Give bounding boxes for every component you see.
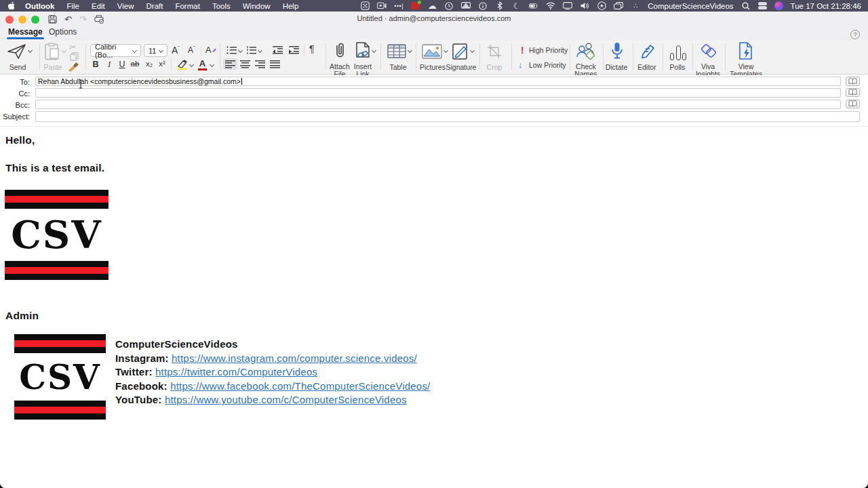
bullet-list-icon[interactable] bbox=[226, 46, 237, 54]
view-templates-icon[interactable] bbox=[738, 42, 753, 60]
to-address-book-button[interactable] bbox=[846, 77, 860, 86]
menu-file[interactable]: File bbox=[66, 2, 79, 10]
strikethrough-button[interactable]: ab bbox=[129, 60, 141, 68]
menu-view[interactable]: View bbox=[117, 2, 134, 10]
cloud-icon[interactable]: ☁ bbox=[427, 1, 437, 10]
font-color-dropdown-chevron[interactable] bbox=[210, 62, 214, 67]
status-app-name[interactable]: ComputerScienceVideos bbox=[648, 2, 733, 10]
menu-draft[interactable]: Draft bbox=[146, 2, 163, 10]
cc-input[interactable] bbox=[35, 88, 841, 98]
bcc-input[interactable] bbox=[35, 100, 841, 109]
cc-address-book-button[interactable] bbox=[846, 88, 860, 98]
mission-dots-icon[interactable]: ∴ bbox=[631, 1, 640, 10]
editor-icon[interactable] bbox=[640, 43, 656, 60]
search-icon[interactable] bbox=[741, 1, 751, 10]
signature-chevron[interactable] bbox=[470, 48, 475, 53]
send-icon[interactable] bbox=[7, 43, 27, 60]
subject-input[interactable] bbox=[35, 111, 860, 122]
twitter-link[interactable]: https://twitter.com/ComputerVideos bbox=[155, 366, 317, 378]
facebook-link[interactable]: https://www.facebook.com/TheComputerScie… bbox=[170, 380, 430, 392]
font-size-select[interactable]: 11 bbox=[144, 44, 167, 57]
message-body[interactable]: Hello, This is a test email. CSV Admin C… bbox=[0, 127, 868, 488]
numbered-list-icon[interactable] bbox=[246, 46, 256, 54]
menu-edit[interactable]: Edit bbox=[92, 2, 105, 10]
csv-logo-image[interactable]: CSV bbox=[5, 190, 108, 280]
editor-button[interactable]: Editor bbox=[633, 64, 660, 71]
battery-icon[interactable] bbox=[529, 1, 538, 10]
dictate-icon[interactable] bbox=[611, 42, 623, 60]
paragraph-marks-button[interactable]: ¶ bbox=[309, 43, 315, 54]
screen-mirroring-icon[interactable] bbox=[563, 1, 572, 10]
focus-moon-icon[interactable]: ☾ bbox=[512, 1, 521, 10]
italic-button[interactable]: I bbox=[103, 60, 115, 70]
justify-button[interactable] bbox=[270, 60, 280, 68]
info-icon[interactable] bbox=[478, 1, 488, 10]
pictures-chevron[interactable] bbox=[443, 48, 448, 53]
siri-icon[interactable] bbox=[774, 1, 783, 10]
apple-menu[interactable] bbox=[8, 1, 16, 10]
underline-button[interactable]: U bbox=[116, 60, 128, 69]
bullet-list-chevron[interactable] bbox=[238, 48, 243, 53]
polls-button[interactable]: Polls bbox=[665, 64, 690, 71]
signature-csv-logo-image[interactable]: CSV bbox=[14, 334, 106, 420]
paste-dropdown-chevron[interactable] bbox=[62, 48, 66, 53]
more-status-icon[interactable]: •••| bbox=[394, 1, 403, 10]
format-painter-icon[interactable] bbox=[67, 62, 79, 72]
highlight-color-button[interactable] bbox=[177, 59, 188, 70]
menu-format[interactable]: Format bbox=[175, 2, 199, 10]
copy-icon[interactable] bbox=[70, 52, 79, 61]
insert-link-chevron[interactable] bbox=[372, 48, 376, 53]
bcc-address-book-button[interactable] bbox=[846, 100, 860, 109]
pictures-icon[interactable] bbox=[422, 44, 442, 59]
screen-record-icon[interactable] bbox=[377, 1, 387, 10]
volume-icon[interactable] bbox=[580, 1, 589, 10]
high-priority-button[interactable]: High Priority bbox=[529, 47, 568, 54]
paste-icon[interactable] bbox=[45, 43, 61, 60]
attach-file-icon[interactable] bbox=[334, 43, 345, 59]
recorder-app-icon[interactable] bbox=[411, 2, 420, 9]
signature-icon[interactable] bbox=[452, 43, 469, 60]
check-names-icon[interactable] bbox=[576, 42, 595, 60]
dictate-button[interactable]: Dictate bbox=[602, 64, 631, 71]
high-priority-icon[interactable]: ! bbox=[521, 45, 524, 56]
menu-bar-clock[interactable]: Tue 17 Oct 21:28:46 bbox=[791, 2, 861, 10]
align-center-button[interactable] bbox=[240, 60, 250, 68]
stage-manager-icon[interactable] bbox=[614, 1, 623, 10]
subscript-button[interactable]: x₂ bbox=[143, 60, 155, 68]
signature-button[interactable]: Signature bbox=[445, 64, 477, 71]
font-name-select[interactable]: Calibri (Bo... bbox=[90, 44, 141, 57]
grow-font-button[interactable]: Aˆ bbox=[172, 45, 180, 56]
shrink-font-button[interactable]: Aˇ bbox=[188, 45, 195, 55]
send-button[interactable]: Send bbox=[4, 64, 31, 71]
wifi-icon[interactable] bbox=[546, 1, 555, 10]
bluetooth-icon[interactable] bbox=[495, 1, 505, 10]
to-input[interactable]: Rehan Abdullah <computersciencevideosbus… bbox=[35, 77, 841, 86]
play-circle-icon[interactable] bbox=[597, 1, 606, 10]
launcher-grid-icon[interactable] bbox=[360, 1, 370, 10]
menu-outlook[interactable]: Outlook bbox=[25, 2, 54, 10]
superscript-button[interactable]: x² bbox=[156, 60, 168, 68]
menu-window[interactable]: Window bbox=[243, 2, 271, 10]
pictures-button[interactable]: Pictures bbox=[417, 64, 448, 71]
clear-formatting-button[interactable]: A bbox=[205, 45, 217, 55]
align-left-button[interactable] bbox=[225, 60, 235, 68]
polls-icon[interactable] bbox=[670, 43, 686, 60]
viva-insights-icon[interactable] bbox=[700, 43, 717, 59]
font-color-button[interactable]: A bbox=[198, 58, 207, 70]
insert-link-icon[interactable] bbox=[355, 42, 370, 60]
youtube-link[interactable]: https://www.youtube.com/c/ComputerScienc… bbox=[165, 394, 407, 405]
help-icon[interactable]: ? bbox=[850, 30, 860, 39]
clock-status-icon[interactable] bbox=[444, 1, 454, 10]
menu-tools[interactable]: Tools bbox=[212, 2, 231, 10]
table-icon[interactable] bbox=[387, 44, 406, 58]
menu-help[interactable]: Help bbox=[283, 2, 299, 10]
numbered-list-chevron[interactable] bbox=[258, 48, 262, 53]
table-button[interactable]: Table bbox=[384, 64, 412, 71]
paste-button[interactable]: Paste bbox=[39, 64, 66, 71]
highlight-dropdown-chevron[interactable] bbox=[189, 62, 194, 67]
send-dropdown-chevron[interactable] bbox=[28, 48, 33, 53]
tab-message[interactable]: Message bbox=[8, 27, 43, 37]
displays-icon[interactable] bbox=[461, 1, 471, 10]
bold-button[interactable]: B bbox=[90, 60, 102, 69]
align-right-button[interactable] bbox=[255, 60, 265, 68]
